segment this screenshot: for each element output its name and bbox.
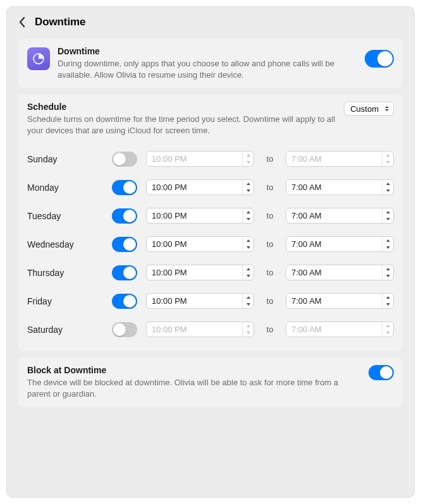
time-stepper[interactable] [242,152,253,166]
day-toggle-wednesday[interactable] [112,237,137,252]
to-label: to [263,211,277,220]
stepper-down-icon[interactable] [382,273,393,280]
stepper-up-icon[interactable] [243,265,253,273]
time-stepper[interactable] [382,265,393,280]
stepper-down-icon[interactable] [243,159,253,167]
stepper-down-icon[interactable] [382,330,393,337]
time-stepper[interactable] [382,294,393,308]
back-button[interactable] [18,16,26,28]
day-start-time[interactable]: 10:00 PM [146,293,254,309]
day-start-time[interactable]: 10:00 PM [146,208,254,224]
stepper-down-icon[interactable] [243,330,253,337]
day-label: Friday [27,296,103,306]
time-value: 7:00 AM [291,325,382,334]
stepper-down-icon[interactable] [243,273,253,280]
time-value: 10:00 PM [152,154,242,164]
stepper-up-icon[interactable] [243,237,253,244]
day-row-wednesday: Wednesday10:00 PMto7:00 AM [27,230,394,258]
day-row-tuesday: Tuesday10:00 PMto7:00 AM [27,201,394,230]
time-stepper[interactable] [382,322,393,337]
day-start-time[interactable]: 10:00 PM [146,179,254,195]
day-toggle-thursday[interactable] [112,265,137,280]
day-end-time[interactable]: 7:00 AM [286,208,394,224]
day-row-thursday: Thursday10:00 PMto7:00 AM [27,258,394,287]
day-start-time[interactable]: 10:00 PM [146,265,254,280]
page-title: Downtime [35,16,85,28]
stepper-down-icon[interactable] [243,244,253,252]
day-row-sunday: Sunday10:00 PMto7:00 AM [27,145,394,173]
schedule-title: Schedule [27,102,338,112]
day-toggle-monday[interactable] [112,180,137,195]
day-end-time[interactable]: 7:00 AM [286,151,394,167]
to-label: to [263,268,277,277]
stepper-up-icon[interactable] [243,294,253,301]
downtime-panel: Downtime Downtime During downtime, on [6,6,415,498]
stepper-up-icon[interactable] [382,265,393,273]
downtime-description: During downtime, only apps that you choo… [58,58,352,80]
day-label: Saturday [27,325,103,335]
time-value: 10:00 PM [152,325,242,334]
time-stepper[interactable] [382,208,393,223]
day-start-time[interactable]: 10:00 PM [146,236,254,252]
schedule-mode-select[interactable]: Custom [344,102,394,116]
stepper-down-icon[interactable] [243,301,253,309]
time-stepper[interactable] [382,152,393,166]
day-row-monday: Monday10:00 PMto7:00 AM [27,173,394,201]
block-section: Block at Downtime The device will be blo… [18,357,403,407]
stepper-up-icon[interactable] [382,294,393,301]
day-end-time[interactable]: 7:00 AM [286,179,394,195]
day-label: Monday [27,183,103,193]
day-toggle-friday[interactable] [112,294,137,309]
to-label: to [263,154,277,164]
time-value: 7:00 AM [291,183,382,192]
day-toggle-tuesday[interactable] [112,208,137,224]
time-stepper[interactable] [242,265,253,280]
stepper-up-icon[interactable] [243,152,253,159]
day-label: Thursday [27,268,103,278]
stepper-up-icon[interactable] [382,180,393,188]
schedule-section: Schedule Schedule turns on downtime for … [18,94,403,351]
stepper-up-icon[interactable] [382,322,393,330]
day-row-friday: Friday10:00 PMto7:00 AM [27,287,394,315]
day-end-time[interactable]: 7:00 AM [286,265,394,280]
day-end-time[interactable]: 7:00 AM [286,293,394,309]
time-value: 10:00 PM [152,239,242,249]
stepper-up-icon[interactable] [243,208,253,216]
day-toggle-saturday[interactable] [112,322,137,337]
stepper-down-icon[interactable] [382,216,393,224]
day-end-time[interactable]: 7:00 AM [286,321,394,337]
time-stepper[interactable] [242,237,253,251]
to-label: to [263,296,277,306]
stepper-up-icon[interactable] [382,237,393,244]
to-label: to [263,239,277,249]
downtime-icon [27,47,50,70]
stepper-down-icon[interactable] [382,188,393,195]
block-toggle[interactable] [369,365,394,380]
time-value: 10:00 PM [152,296,242,306]
time-value: 10:00 PM [152,211,242,220]
day-start-time[interactable]: 10:00 PM [146,321,254,337]
stepper-down-icon[interactable] [382,301,393,309]
schedule-mode-value: Custom [350,104,379,114]
stepper-down-icon[interactable] [243,188,253,195]
time-value: 7:00 AM [291,296,382,306]
downtime-toggle[interactable] [365,50,394,68]
time-stepper[interactable] [382,180,393,195]
day-start-time[interactable]: 10:00 PM [146,151,254,167]
time-stepper[interactable] [242,322,253,337]
stepper-up-icon[interactable] [382,208,393,216]
stepper-up-icon[interactable] [382,152,393,159]
stepper-up-icon[interactable] [243,180,253,188]
time-stepper[interactable] [242,208,253,223]
time-stepper[interactable] [242,180,253,195]
stepper-down-icon[interactable] [382,159,393,167]
stepper-down-icon[interactable] [243,216,253,224]
block-description: The device will be blocked at downtime. … [27,377,361,399]
day-toggle-sunday[interactable] [112,152,137,167]
time-stepper[interactable] [382,237,393,251]
stepper-down-icon[interactable] [382,244,393,252]
day-end-time[interactable]: 7:00 AM [286,236,394,252]
stepper-up-icon[interactable] [243,322,253,330]
time-stepper[interactable] [242,294,253,308]
day-label: Wednesday [27,239,103,249]
